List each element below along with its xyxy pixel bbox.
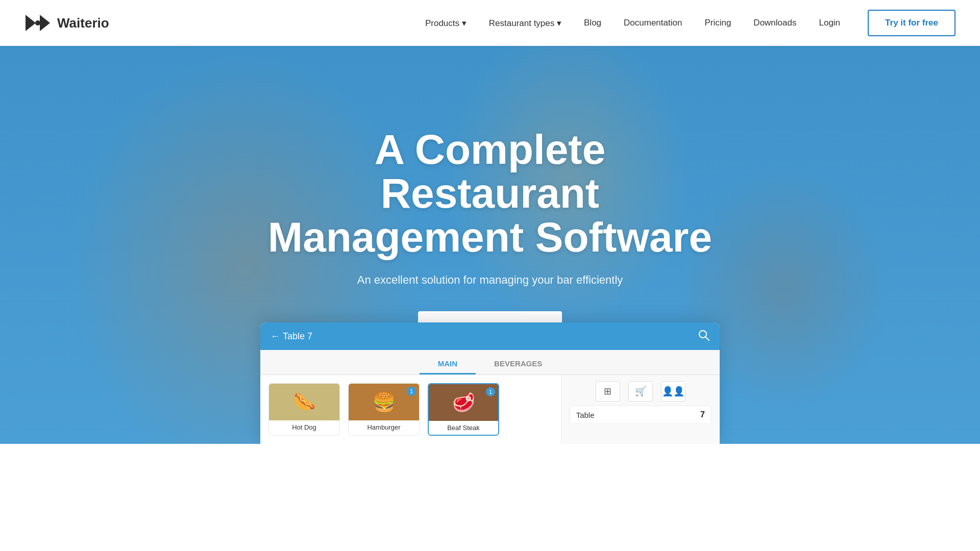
- svg-line-4: [706, 337, 709, 341]
- app-bar-title: Table 7: [283, 331, 312, 342]
- table-info-row: Table 7: [570, 406, 712, 424]
- navbar: Waiterio Products ▾ Restaurant types ▾ B…: [0, 0, 980, 46]
- app-preview: ← Table 7 MAIN BEVERAGES: [260, 322, 720, 444]
- menu-item-hotdog[interactable]: 🌭 Hot Dog: [268, 383, 340, 436]
- table-number: 7: [700, 410, 705, 419]
- app-tabs: MAIN BEVERAGES: [260, 350, 720, 375]
- tab-main[interactable]: MAIN: [420, 354, 476, 374]
- tab-beverages[interactable]: BEVERAGES: [476, 354, 560, 374]
- hero-title: A Complete Restaurant Management Softwar…: [260, 128, 720, 259]
- grid-icon[interactable]: ⊞: [596, 381, 620, 402]
- item-beafsteak-badge: 1: [486, 387, 495, 396]
- app-bar-back[interactable]: ← Table 7: [271, 331, 312, 342]
- nav-downloads[interactable]: Downloads: [742, 18, 807, 28]
- nav-links: Products ▾ Restaurant types ▾ Blog Docum…: [414, 18, 851, 29]
- svg-marker-0: [26, 15, 36, 31]
- logo-icon: [24, 14, 51, 32]
- svg-point-2: [35, 20, 40, 26]
- item-hotdog-img: 🌭: [269, 384, 339, 420]
- nav-restaurant-types[interactable]: Restaurant types ▾: [478, 18, 573, 29]
- logo[interactable]: Waiterio: [24, 14, 109, 32]
- app-bar: ← Table 7: [260, 322, 720, 350]
- nav-documentation[interactable]: Documentation: [612, 18, 693, 28]
- nav-pricing[interactable]: Pricing: [693, 18, 742, 28]
- nav-login[interactable]: Login: [807, 18, 851, 28]
- app-left-items: 🌭 Hot Dog 1 🍔 Hamburger 1 🥩 Beaf Steak: [260, 375, 561, 444]
- app-right-panel: ⊞ 🛒 👤👤 Table 7: [561, 375, 720, 444]
- item-beafsteak-label: Beaf Steak: [445, 421, 482, 435]
- app-items-row: 🌭 Hot Dog 1 🍔 Hamburger 1 🥩 Beaf Steak: [260, 375, 720, 444]
- item-hamburger-label: Hamburger: [365, 420, 402, 434]
- app-right-icons: ⊞ 🛒 👤👤: [570, 381, 712, 402]
- logo-text: Waiterio: [57, 15, 109, 31]
- svg-marker-1: [40, 15, 50, 31]
- item-hotdog-label: Hot Dog: [290, 420, 318, 434]
- search-icon[interactable]: [698, 330, 709, 343]
- table-label: Table: [576, 411, 595, 419]
- item-hamburger-badge: 1: [407, 387, 416, 396]
- people-icon[interactable]: 👤👤: [661, 381, 685, 402]
- nav-products[interactable]: Products ▾: [414, 18, 478, 29]
- hero-section: A Complete Restaurant Management Softwar…: [0, 0, 980, 444]
- menu-item-beafsteak[interactable]: 1 🥩 Beaf Steak: [428, 383, 499, 436]
- hero-subtitle: An excellent solution for managing your …: [357, 273, 623, 287]
- cart-icon[interactable]: 🛒: [628, 381, 653, 402]
- menu-item-hamburger[interactable]: 1 🍔 Hamburger: [348, 383, 420, 436]
- hero-content: A Complete Restaurant Management Softwar…: [0, 46, 980, 347]
- nav-blog[interactable]: Blog: [573, 18, 612, 28]
- nav-cta-button[interactable]: Try it for free: [868, 10, 955, 36]
